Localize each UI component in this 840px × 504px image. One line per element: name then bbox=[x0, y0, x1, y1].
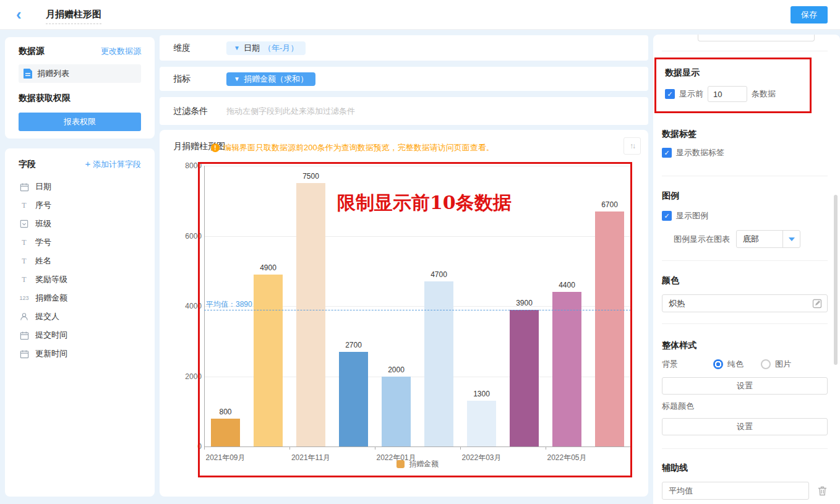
x-axis-tick bbox=[289, 446, 290, 450]
field-item[interactable]: 123捐赠金额 bbox=[12, 289, 147, 307]
y-axis-tick-label: 6000 bbox=[177, 232, 202, 241]
filter-placeholder: 拖动左侧字段到此处来添加过滤条件 bbox=[226, 106, 355, 117]
bar-value-label: 2000 bbox=[375, 365, 418, 374]
bg-image-radio[interactable] bbox=[761, 359, 771, 369]
field-item[interactable]: T姓名 bbox=[12, 252, 147, 270]
top-bar: ‹ 月捐赠柱形图 保存 bbox=[0, 0, 840, 30]
metric-row: 指标 ▼ 捐赠金额（求和） bbox=[160, 67, 648, 91]
bar[interactable] bbox=[254, 275, 283, 446]
legend-position-label: 图例显示在图表 bbox=[674, 234, 730, 245]
bg-set-button[interactable]: 设置 bbox=[662, 377, 828, 395]
text-icon: T bbox=[19, 238, 30, 247]
select-icon bbox=[19, 220, 30, 228]
color-scheme-field[interactable]: 炽热 bbox=[662, 294, 828, 312]
panel-scrollbar[interactable] bbox=[834, 195, 838, 365]
bar[interactable] bbox=[467, 401, 496, 446]
bar-value-label: 6700 bbox=[588, 200, 631, 209]
bar-value-label: 7500 bbox=[289, 172, 332, 181]
bar-value-label: 3900 bbox=[503, 299, 546, 307]
title-color-set-button[interactable]: 设置 bbox=[662, 418, 828, 435]
field-item[interactable]: T学号 bbox=[12, 233, 147, 252]
bar-chart: 0200040006000800080049007500270020004700… bbox=[160, 130, 648, 497]
edit-icon[interactable] bbox=[812, 299, 822, 309]
filter-row[interactable]: 过滤条件 拖动左侧字段到此处来添加过滤条件 bbox=[160, 97, 648, 125]
show-top-checkbox[interactable]: ✓ bbox=[665, 89, 675, 99]
show-legend-label: 显示图例 bbox=[676, 210, 708, 221]
aux-line-input[interactable] bbox=[662, 482, 809, 500]
person-icon bbox=[19, 312, 30, 321]
field-item[interactable]: 日期 bbox=[12, 177, 147, 196]
divider bbox=[662, 176, 828, 176]
top-count-suffix: 条数据 bbox=[752, 88, 776, 100]
bar-value-label: 2700 bbox=[332, 341, 375, 349]
page-title: 月捐赠柱形图 bbox=[46, 9, 101, 24]
field-item[interactable]: 提交时间 bbox=[12, 326, 147, 344]
bar[interactable] bbox=[382, 377, 411, 447]
bar-value-label: 1300 bbox=[460, 390, 503, 398]
bg-solid-label: 纯色 bbox=[727, 359, 744, 370]
field-label: 奖励等级 bbox=[35, 274, 67, 285]
bar[interactable] bbox=[424, 281, 453, 446]
background-label: 背景 bbox=[662, 359, 713, 370]
field-label: 班级 bbox=[35, 218, 51, 229]
add-calc-field-link[interactable]: + 添加计算字段 bbox=[85, 158, 141, 170]
highlight-rect-data-display: 数据显示 ✓ 显示前 条数据 bbox=[654, 58, 812, 113]
y-axis-tick-label: 4000 bbox=[177, 302, 202, 310]
bar[interactable] bbox=[211, 419, 240, 446]
field-label: 捐赠金额 bbox=[35, 293, 67, 304]
bar-value-label: 800 bbox=[204, 408, 247, 416]
field-item[interactable]: T奖励等级 bbox=[12, 270, 147, 289]
dimension-tag[interactable]: ▼ 日期（年-月） bbox=[226, 41, 306, 55]
save-button[interactable]: 保存 bbox=[791, 6, 828, 23]
field-item[interactable]: T序号 bbox=[12, 196, 147, 215]
field-item[interactable]: 提交人 bbox=[12, 307, 147, 326]
x-axis-tick bbox=[375, 446, 375, 450]
calendar-icon bbox=[19, 349, 30, 359]
caret-down-icon: ▼ bbox=[234, 75, 240, 82]
number-icon: 123 bbox=[19, 295, 30, 301]
bar[interactable] bbox=[552, 292, 581, 446]
x-axis-tick bbox=[204, 446, 205, 450]
calendar-icon bbox=[19, 182, 30, 192]
field-label: 提交人 bbox=[35, 311, 59, 322]
datasource-item-label: 捐赠列表 bbox=[37, 68, 69, 79]
report-permission-button[interactable]: 报表权限 bbox=[19, 113, 141, 131]
datasource-item[interactable]: 捐赠列表 bbox=[19, 64, 141, 83]
aux-line-title: 辅助线 bbox=[662, 463, 840, 474]
field-item[interactable]: 班级 bbox=[12, 215, 147, 233]
gridline bbox=[204, 236, 631, 237]
bar[interactable] bbox=[296, 183, 325, 446]
change-datasource-link[interactable]: 更改数据源 bbox=[101, 46, 141, 57]
show-data-label-label: 显示数据标签 bbox=[676, 147, 724, 158]
bar[interactable] bbox=[510, 310, 539, 446]
show-data-label-checkbox[interactable]: ✓ bbox=[662, 148, 672, 158]
metric-label: 指标 bbox=[160, 74, 226, 85]
caret-down-icon: ▼ bbox=[234, 45, 240, 51]
metric-tag[interactable]: ▼ 捐赠金额（求和） bbox=[226, 72, 315, 86]
clipped-input[interactable] bbox=[698, 35, 815, 41]
trash-icon[interactable] bbox=[818, 486, 827, 496]
show-legend-checkbox[interactable]: ✓ bbox=[662, 211, 672, 221]
legend-label: 捐赠金额 bbox=[409, 459, 439, 469]
top-count-input[interactable] bbox=[708, 86, 747, 102]
bg-image-label: 图片 bbox=[775, 359, 791, 370]
bar[interactable] bbox=[339, 352, 368, 446]
bar-value-label: 4700 bbox=[418, 270, 460, 279]
data-display-title: 数据显示 bbox=[665, 67, 810, 79]
average-line-label: 平均值：3890 bbox=[206, 299, 252, 310]
divider bbox=[662, 448, 828, 449]
field-label: 学号 bbox=[35, 237, 51, 248]
field-label: 更新时间 bbox=[35, 348, 67, 359]
back-icon[interactable]: ‹ bbox=[16, 5, 22, 23]
filter-label: 过滤条件 bbox=[160, 106, 226, 117]
field-item[interactable]: 更新时间 bbox=[12, 344, 147, 363]
x-axis-tick bbox=[546, 446, 546, 450]
legend-position-value: 底部 bbox=[737, 234, 782, 245]
chart-legend[interactable]: 捐赠金额 bbox=[204, 459, 631, 469]
datasource-title: 数据源 bbox=[19, 46, 45, 57]
text-icon: T bbox=[19, 257, 30, 266]
bg-solid-radio[interactable] bbox=[713, 359, 723, 369]
legend-position-select[interactable]: 底部 bbox=[736, 230, 800, 248]
bar[interactable] bbox=[595, 211, 624, 446]
calendar-icon bbox=[19, 331, 30, 340]
